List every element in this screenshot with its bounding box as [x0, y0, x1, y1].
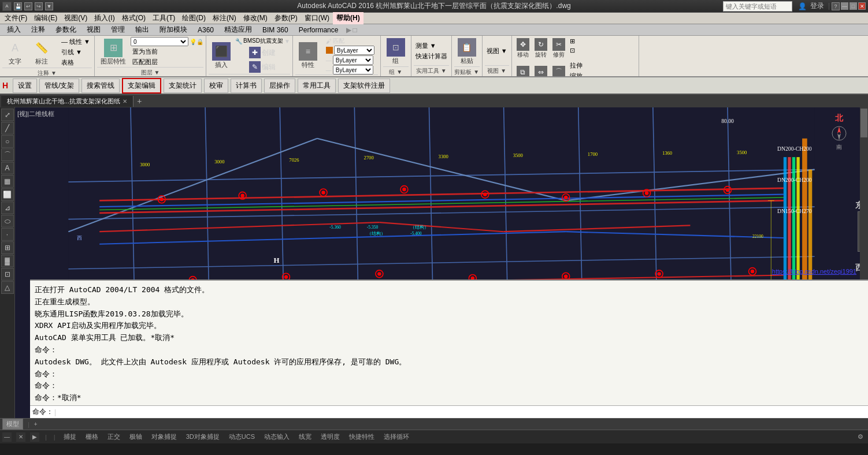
plugin-a360[interactable]: A360 — [193, 25, 218, 35]
plugin-insert[interactable]: 插入 — [2, 24, 25, 36]
lt-circle[interactable]: ○ — [1, 135, 14, 148]
more-btn[interactable]: ▼ — [45, 2, 53, 10]
help-btn[interactable]: ? — [832, 2, 840, 10]
doc-tab-close[interactable]: ✕ — [123, 98, 127, 105]
menu-insert[interactable]: 插入(I) — [91, 12, 118, 24]
btn-view-ctrl[interactable]: 视图 ▼ — [485, 46, 509, 56]
status-3dosnap[interactable]: 3D对象捕捉 — [184, 431, 222, 442]
btn-create[interactable]: ✚ 创建 — [235, 46, 290, 59]
btn-trim[interactable]: ✂ 修剪 — [550, 37, 567, 60]
doc-tab-main[interactable]: 杭州旭辉莱山北干地...抗震支架深化图纸 ✕ — [1, 96, 133, 107]
btn-move[interactable]: ✥ 移动 — [514, 37, 532, 60]
quick-save-btn[interactable]: 💾 — [14, 2, 22, 10]
btn-insert-block[interactable]: ⬛ 插入 — [209, 41, 234, 70]
btn-dim-mark[interactable]: 📏 标注 — [29, 38, 54, 67]
btn-properties[interactable]: ≡ 特性 — [295, 41, 321, 70]
doc-tab-add[interactable]: + — [133, 95, 145, 107]
search-input[interactable] — [723, 1, 792, 12]
cmd-input-line[interactable]: 命令： | — [30, 405, 868, 418]
pr-support-stat[interactable]: 支架统计 — [164, 79, 202, 93]
lt-multiline[interactable]: ⤢ — [1, 109, 14, 121]
pr-reg[interactable]: 支架软件注册 — [338, 79, 390, 93]
status-snap[interactable]: 捕捉 — [61, 431, 79, 442]
status-trans[interactable]: 透明度 — [318, 431, 342, 442]
plugin-output[interactable]: 输出 — [131, 24, 154, 36]
lt-gradient[interactable]: ▓ — [1, 255, 14, 267]
lt-block[interactable]: ⊞ — [1, 241, 14, 254]
menu-dim[interactable]: 标注(N) — [209, 12, 240, 24]
btn-scale3[interactable]: 缩放 — [568, 71, 592, 77]
color-select[interactable]: ByLayer — [334, 46, 374, 55]
pr-calc-book[interactable]: 计算书 — [231, 79, 262, 93]
btn-linestyle[interactable]: — 线性 ▼ — [60, 37, 92, 47]
btn-set-current[interactable]: 置为当前 — [131, 47, 203, 57]
status-polar[interactable]: 极轴 — [127, 431, 144, 442]
btn-edit[interactable]: ✎ 编辑 — [235, 60, 290, 74]
pr-support-edit[interactable]: 支架编辑 — [122, 78, 161, 94]
lt-region[interactable]: ⬜ — [1, 188, 14, 201]
menu-tools[interactable]: 工具(T) — [149, 12, 179, 24]
btn-measure[interactable]: 测量 ▼ — [414, 41, 449, 51]
menu-modify[interactable]: 修改(M) — [240, 12, 271, 24]
status-lineweight[interactable]: 线宽 — [296, 431, 314, 442]
status-ortho[interactable]: 正交 — [105, 431, 123, 442]
undo-btn[interactable]: ↩ — [24, 2, 32, 10]
scroll-thumb-right[interactable] — [860, 109, 867, 137]
csdn-link[interactable]: https://blog.csdn.net/zeqi1991 — [772, 268, 856, 275]
menu-edit[interactable]: 编辑(E) — [31, 12, 61, 24]
status-dyninput[interactable]: 动态输入 — [262, 431, 292, 442]
close-btn[interactable]: ✕ — [858, 2, 866, 10]
menu-format[interactable]: 格式(O) — [118, 12, 149, 24]
pr-search-pipe[interactable]: 搜索管线 — [81, 79, 120, 93]
btn-group[interactable]: ⊡ 组 — [383, 37, 409, 66]
lt-point[interactable]: · — [1, 228, 14, 241]
btn-mirror[interactable]: ⇔ 镜像 — [532, 61, 550, 77]
status-dynucs[interactable]: 动态UCS — [227, 431, 257, 442]
lt-arc[interactable]: ⌒ — [1, 148, 14, 161]
plugin-view[interactable]: 视图 — [82, 24, 105, 36]
lineweight-select[interactable]: ByLayer — [333, 65, 373, 74]
redo-btn[interactable]: ↪ — [35, 2, 43, 10]
btn-scale-small[interactable]: ⊞ — [568, 37, 577, 46]
lt-wipeout[interactable]: ⊡ — [1, 268, 14, 281]
btn-stretch[interactable]: 拉伸 — [568, 61, 592, 70]
plugin-param[interactable]: 参数化 — [51, 24, 81, 36]
linetype-select[interactable]: ByLayer — [333, 55, 373, 65]
lt-hatch[interactable]: ▦ — [1, 175, 14, 188]
layer-select[interactable]: 0 — [131, 37, 188, 46]
menu-help[interactable]: 帮助(H) — [333, 12, 363, 24]
pr-layer-op[interactable]: 层操作 — [264, 79, 295, 93]
menu-draw[interactable]: 绘图(D) — [179, 12, 209, 24]
status-quickprop[interactable]: 快捷特性 — [347, 431, 377, 442]
btn-引线[interactable]: 引线 ▼ — [60, 47, 92, 57]
btn-scale2[interactable]: ⊡ — [568, 46, 577, 55]
status-osnap[interactable]: 对象捕捉 — [149, 431, 179, 442]
lt-revision[interactable]: △ — [1, 281, 14, 294]
btn-paste[interactable]: 📋 粘贴 — [454, 37, 480, 66]
lt-line[interactable]: ╱ — [1, 122, 14, 135]
menu-view[interactable]: 视图(V) — [61, 12, 91, 24]
menu-window[interactable]: 窗口(W) — [301, 12, 333, 24]
status-grid[interactable]: 栅格 — [83, 431, 101, 442]
minimize-btn[interactable]: — — [841, 2, 848, 10]
lt-text[interactable]: A — [1, 162, 14, 174]
maximize-btn[interactable]: □ — [850, 2, 857, 10]
plugin-bim360[interactable]: BIM 360 — [258, 25, 293, 35]
btn-calc[interactable]: 快速计算器 — [414, 51, 449, 61]
login-label[interactable]: 登录 — [810, 1, 824, 11]
pr-pipe-support[interactable]: 管线/支架 — [39, 79, 79, 93]
pr-review[interactable]: 校审 — [204, 79, 228, 93]
menu-file[interactable]: 文件(F) — [1, 12, 31, 24]
btn-layer-prop[interactable]: ⊞ 图层特性 — [97, 38, 129, 67]
btn-fillet[interactable]: ⌒ 圆角 — [550, 61, 567, 77]
pr-common-tools[interactable]: 常用工具 — [298, 79, 336, 93]
lt-ellipse[interactable]: ⬭ — [1, 215, 14, 228]
btn-表格[interactable]: 表格 — [60, 58, 92, 68]
plugin-anno[interactable]: 注释 — [27, 24, 50, 36]
bmsd-arrow[interactable]: ▼ — [284, 38, 290, 44]
plugin-performance[interactable]: Performance — [294, 25, 343, 35]
canvas-area[interactable]: [视]|二维线框 — [15, 107, 868, 418]
plugin-addon[interactable]: 附加模块 — [155, 24, 192, 36]
btn-multiline[interactable]: A 文字 — [2, 38, 28, 67]
pr-settings[interactable]: 设置 — [13, 79, 37, 93]
